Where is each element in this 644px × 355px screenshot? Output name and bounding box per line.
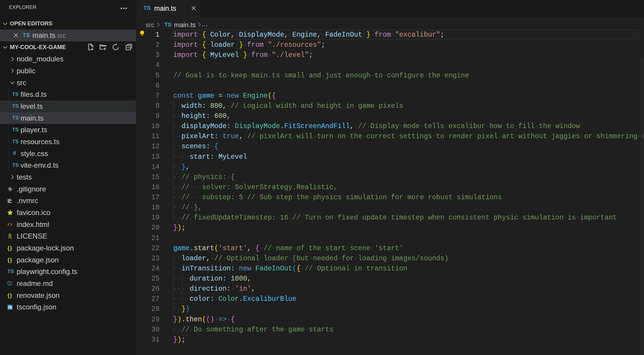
svg-text:TS: TS (8, 306, 12, 309)
